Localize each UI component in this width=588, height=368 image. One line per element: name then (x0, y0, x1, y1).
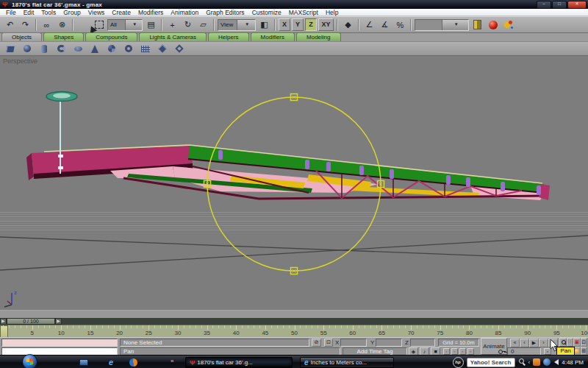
ring-array-icon[interactable] (189, 43, 204, 54)
go-to-start-button[interactable]: « (510, 339, 520, 347)
perspective-viewport[interactable]: z Perspective (0, 56, 588, 318)
restrict-to-x-button[interactable]: X (279, 18, 290, 31)
tab[interactable]: Compounds (85, 32, 137, 41)
menu-item[interactable]: Animation (167, 9, 202, 16)
mirror-icon[interactable]: ◧ (257, 18, 271, 32)
internet-explorer-quicklaunch-icon[interactable]: e (106, 358, 116, 367)
start-button[interactable] (22, 354, 37, 368)
tab[interactable]: Modeling (296, 32, 340, 41)
chamfer-icon[interactable] (172, 43, 187, 54)
play-animation-button[interactable]: ▶ (529, 339, 539, 347)
cone-icon[interactable] (87, 43, 102, 54)
select-object-icon[interactable] (76, 18, 90, 32)
snap-toggle-icon[interactable]: ∠ (362, 18, 376, 32)
select-and-rotate-icon[interactable]: ↻ (181, 18, 195, 32)
named-selection-sets-dropdown[interactable]: ▼ (415, 19, 469, 31)
taskbar-button-gmax[interactable]: Ψ 1870's flat car 36'.g... (185, 357, 293, 368)
zoom-region-icon[interactable]: ⊡ (581, 338, 588, 347)
absolute-offset-toggle-icon[interactable]: ⊡ (324, 339, 333, 347)
tab[interactable]: Helpers (208, 32, 249, 41)
undo-icon[interactable]: ↶ (3, 18, 17, 32)
tab[interactable]: Objects (1, 32, 42, 41)
material-editor-icon[interactable] (486, 18, 500, 32)
track-view-icon[interactable] (470, 18, 484, 32)
key-mode-3-icon[interactable]: ◦ (459, 348, 466, 355)
geosphere-icon[interactable] (104, 43, 119, 54)
time-slider[interactable]: 0 / 100 (7, 318, 55, 325)
menu-item[interactable]: Modifiers (135, 9, 167, 16)
hedra-icon[interactable] (155, 43, 170, 54)
zoom-all-icon[interactable]: ∷ (567, 338, 574, 347)
sphere-icon[interactable] (20, 43, 35, 54)
tube-icon[interactable] (121, 43, 136, 54)
quicklaunch-overflow-icon[interactable]: » (171, 358, 173, 364)
menu-item[interactable]: File (2, 9, 20, 16)
viewport-canvas[interactable]: z (0, 56, 588, 318)
restrict-to-plane-button[interactable]: XY (318, 18, 334, 31)
flatcar-model[interactable] (26, 91, 550, 200)
menu-item[interactable]: Help (322, 9, 342, 16)
title-bar[interactable]: Ψ 1870's flat car 36'.gmax - gmax – □ ✕ (0, 0, 588, 9)
select-by-name-icon[interactable]: ▤ (144, 18, 158, 32)
chevron-down-icon[interactable]: ▼ (237, 20, 256, 30)
y-coordinate-field[interactable] (376, 339, 402, 347)
menu-item[interactable]: MAXScript (285, 9, 322, 16)
selection-lock-icon[interactable]: ⊘ (312, 339, 321, 347)
taskbar-button-browser[interactable]: e Inches to Meters co... (300, 357, 394, 368)
angle-snap-icon[interactable]: ∡ (378, 18, 392, 32)
tab[interactable]: Modifiers (251, 32, 295, 41)
z-coordinate-field[interactable] (410, 339, 435, 347)
next-frame-slider-icon[interactable]: ▶ (55, 318, 62, 325)
menu-item[interactable]: Customize (248, 9, 285, 16)
search-icon[interactable] (518, 358, 526, 367)
zoom-icon[interactable] (559, 338, 567, 347)
time-slider-track[interactable]: ◀ 0 / 100 ▶ (0, 318, 588, 325)
key-mode-1-icon[interactable]: ◦ (443, 348, 450, 355)
select-and-move-icon[interactable]: + (165, 18, 179, 32)
box-icon[interactable] (3, 43, 18, 54)
cylinder-icon[interactable] (37, 43, 51, 54)
menu-item[interactable]: Group (60, 9, 85, 16)
menu-item[interactable]: Edit (20, 9, 38, 16)
restrict-to-z-button[interactable]: Z (305, 18, 317, 31)
restrict-to-y-button[interactable]: Y (292, 18, 304, 31)
media-player-quicklaunch-icon[interactable] (129, 358, 137, 367)
tray-app-orange-icon[interactable] (533, 358, 540, 366)
selection-filter-dropdown[interactable]: All▼ (107, 19, 143, 31)
tray-overflow-icon[interactable]: ‹ (528, 359, 531, 366)
maximize-icon[interactable]: □ (552, 1, 567, 9)
show-desktop-icon[interactable] (79, 359, 88, 366)
reference-coordinate-system-dropdown[interactable]: View▼ (218, 19, 256, 31)
select-and-manipulate-icon[interactable]: ◆ (341, 18, 355, 32)
x-coordinate-field[interactable] (340, 339, 367, 347)
maxscript-mini-listener-pink[interactable] (1, 339, 118, 347)
torus-icon[interactable] (54, 43, 68, 54)
zoom-extents-icon[interactable]: ▣ (573, 338, 581, 347)
menu-item[interactable]: Create (108, 9, 135, 16)
chevron-down-icon[interactable]: ▼ (442, 20, 469, 30)
next-frame-button[interactable]: › (539, 339, 548, 347)
chevron-down-icon[interactable]: ▼ (125, 20, 143, 30)
tray-app-blue-icon[interactable] (543, 358, 551, 366)
track-bar[interactable]: 5101520253035404550556065707580859095100 (0, 325, 588, 338)
redo-icon[interactable]: ↷ (18, 18, 32, 32)
render-icon[interactable] (501, 18, 515, 32)
menu-item[interactable]: Views (85, 9, 109, 16)
previous-frame-button[interactable]: ‹ (520, 339, 529, 347)
tab[interactable]: Shapes (43, 32, 84, 41)
close-icon[interactable]: ✕ (567, 1, 587, 9)
select-and-link-icon[interactable]: ∞ (40, 18, 54, 32)
track-bar-frame-marker[interactable] (0, 325, 8, 338)
key-mode-4-icon[interactable]: ◦ (467, 348, 474, 355)
menu-item[interactable]: Tools (37, 9, 60, 16)
yahoo-search-input[interactable]: Yahoo! Search (467, 358, 515, 367)
volume-icon[interactable] (551, 359, 559, 365)
previous-frame-slider-icon[interactable]: ◀ (0, 318, 7, 325)
key-mode-2-icon[interactable]: ◦ (451, 348, 458, 355)
select-and-scale-icon[interactable]: ▱ (196, 18, 210, 32)
viewport-label[interactable]: Perspective (3, 57, 37, 65)
percent-snap-icon[interactable]: % (393, 18, 407, 32)
menu-item[interactable]: Graph Editors (202, 9, 248, 16)
unlink-selection-icon[interactable]: ⊗ (55, 18, 69, 32)
oiltank-icon[interactable] (71, 43, 85, 54)
